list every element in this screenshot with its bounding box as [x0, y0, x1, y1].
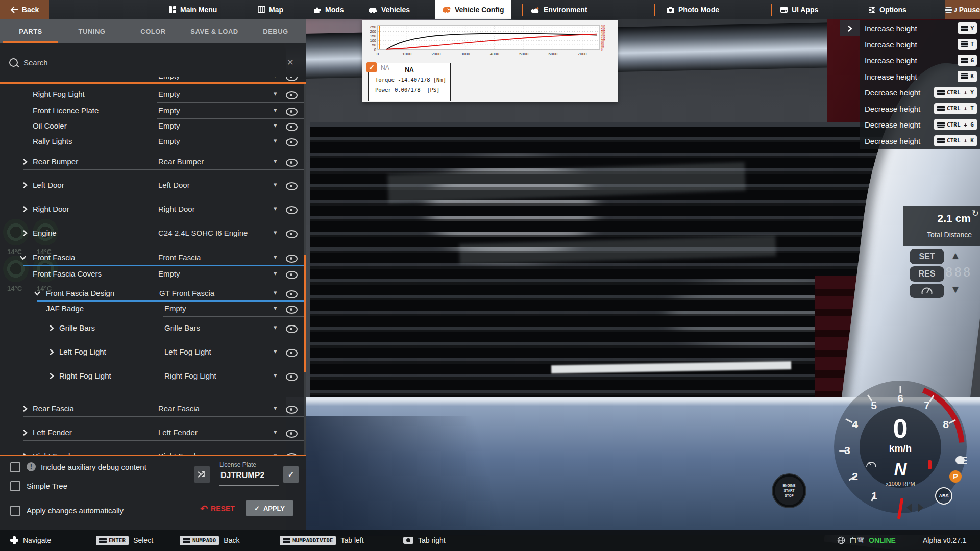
dropdown-arrow-icon[interactable]: ▾ — [274, 289, 277, 296]
part-row[interactable]: Rally Lights Empty ▾ — [0, 134, 306, 149]
apply-button[interactable]: ✓ APPLY — [246, 500, 293, 516]
visibility-eye-icon[interactable] — [286, 138, 298, 146]
nav-options[interactable]: Options — [868, 0, 906, 19]
nav-mods[interactable]: Mods — [313, 0, 344, 19]
visibility-eye-icon[interactable] — [286, 306, 298, 314]
part-row[interactable]: Rear Bumper Rear Bumper ▾ — [0, 154, 306, 170]
engine-start-stop-button[interactable]: ENGINE START STOP — [773, 474, 805, 507]
refresh-icon[interactable]: ↻ — [972, 208, 979, 219]
part-row[interactable]: Left Fog Light Left Fog Light ▾ — [0, 344, 306, 360]
visibility-eye-icon[interactable] — [286, 255, 298, 263]
dropdown-arrow-icon[interactable]: ▾ — [274, 157, 277, 165]
nav-ui-apps[interactable]: UI Apps — [780, 0, 818, 19]
stepper-up-arrow[interactable]: ▲ — [950, 250, 961, 262]
part-row[interactable]: Engine C24 2.4L SOHC I6 Engine ▾ — [0, 226, 306, 241]
dropdown-arrow-icon[interactable]: ▾ — [274, 347, 277, 355]
visibility-eye-icon[interactable] — [286, 206, 298, 214]
expand-chevron-icon[interactable] — [22, 206, 29, 213]
visibility-eye-icon[interactable] — [286, 91, 298, 99]
dropdown-arrow-icon[interactable]: ▾ — [274, 181, 277, 188]
dropdown-arrow-icon[interactable]: ▾ — [274, 90, 277, 97]
expand-chevron-icon[interactable] — [49, 324, 55, 332]
license-plate-input[interactable] — [219, 470, 283, 481]
dropdown-arrow-icon[interactable]: ▾ — [274, 304, 277, 312]
part-row-selected[interactable]: Front Fascia Design GT Front Fascia ▾ — [0, 286, 306, 302]
simple-tree-checkbox[interactable] — [10, 481, 20, 491]
visibility-eye-icon[interactable] — [286, 290, 298, 298]
dropdown-arrow-icon[interactable]: ▾ — [274, 121, 277, 129]
nav-vehicles[interactable]: Vehicles — [368, 0, 410, 19]
license-confirm-button[interactable]: ✓ — [283, 466, 299, 483]
hotkey-row[interactable]: Decrease height CTRL + Y — [860, 85, 980, 101]
part-row-selected[interactable]: Front Fascia Front Fascia ▾ — [0, 250, 306, 266]
part-row[interactable]: Right Fog Light Right Fog Light ▾ — [0, 368, 306, 384]
visibility-eye-icon[interactable] — [286, 159, 298, 167]
auto-apply-checkbox[interactable] — [10, 506, 20, 516]
reset-button[interactable]: ↶ RESET — [200, 503, 235, 514]
part-row[interactable]: Rear Fascia Rear Fascia ▾ — [0, 401, 306, 417]
panel-collapse-chevron[interactable] — [840, 20, 860, 36]
visibility-eye-icon[interactable] — [286, 373, 298, 381]
aux-debug-checkbox[interactable] — [10, 462, 20, 472]
dropdown-arrow-icon[interactable]: ▾ — [274, 269, 277, 277]
scrollbar-thumb[interactable] — [304, 255, 306, 372]
nav-main-menu[interactable]: Main Menu — [168, 0, 217, 19]
collapse-chevron-icon[interactable] — [35, 290, 41, 297]
visibility-eye-icon[interactable] — [286, 230, 298, 238]
expand-chevron-icon[interactable] — [22, 429, 29, 436]
visibility-eye-icon[interactable] — [286, 349, 298, 357]
visibility-eye-icon[interactable] — [286, 271, 298, 279]
dropdown-arrow-icon[interactable]: ▾ — [274, 205, 277, 212]
dropdown-arrow-icon[interactable]: ▾ — [274, 404, 277, 412]
hotkey-row[interactable]: Decrease height CTRL + K — [860, 133, 980, 149]
dropdown-arrow-icon[interactable]: ▾ — [274, 229, 277, 236]
nav-vehicle-config-active[interactable]: Vehicle Config — [435, 0, 511, 19]
expand-chevron-icon[interactable] — [22, 230, 29, 237]
hotkey-row[interactable]: Decrease height CTRL + G — [860, 117, 980, 133]
hotkey-row[interactable]: Increase height K — [860, 69, 980, 85]
series-checkbox[interactable]: ✓ — [366, 62, 377, 72]
cruise-res-button[interactable]: RES — [910, 266, 944, 282]
hotkey-row[interactable]: Increase height G — [860, 53, 980, 69]
visibility-eye-icon[interactable] — [286, 182, 298, 190]
expand-chevron-icon[interactable] — [49, 372, 55, 380]
dropdown-arrow-icon[interactable]: ▾ — [274, 428, 277, 436]
hotkey-row[interactable]: Increase height Y — [860, 20, 980, 37]
part-row[interactable]: Grille Bars Grille Bars ▾ — [0, 320, 306, 336]
pause-button[interactable]: J Pause — [945, 0, 980, 19]
nav-map[interactable]: Map — [258, 0, 283, 19]
part-row[interactable]: JAF Badge Empty ▾ — [0, 301, 306, 317]
dropdown-arrow-icon[interactable]: ▾ — [274, 253, 277, 261]
part-row[interactable]: Right Door Right Door ▾ — [0, 202, 306, 217]
part-row[interactable]: Front Fascia Covers Empty ▾ — [0, 266, 306, 282]
expand-chevron-icon[interactable] — [22, 158, 29, 165]
nav-environment[interactable]: Environment — [531, 0, 587, 19]
hotkey-row[interactable]: Increase height T — [860, 37, 980, 53]
visibility-eye-icon[interactable] — [286, 406, 298, 414]
dropdown-arrow-icon[interactable]: ▾ — [274, 323, 277, 331]
dropdown-arrow-icon[interactable]: ▾ — [274, 371, 277, 379]
collapse-chevron-icon[interactable] — [20, 254, 27, 261]
part-row[interactable]: Oil Cooler Empty ▾ — [0, 118, 306, 134]
dropdown-arrow-icon[interactable]: ▾ — [274, 137, 277, 144]
visibility-eye-icon[interactable] — [286, 430, 298, 438]
odometer-button[interactable] — [910, 284, 944, 298]
stepper-down-arrow[interactable]: ▼ — [950, 284, 961, 295]
visibility-eye-icon[interactable] — [286, 108, 298, 116]
dropdown-arrow-icon[interactable]: ▾ — [274, 106, 277, 114]
back-button[interactable]: Back — [0, 0, 49, 19]
expand-chevron-icon[interactable] — [22, 182, 29, 189]
expand-chevron-icon[interactable] — [22, 405, 29, 412]
expand-chevron-icon[interactable] — [49, 348, 55, 356]
part-row[interactable]: Front Licence Plate Empty ▾ — [0, 103, 306, 119]
nav-photo-mode[interactable]: Photo Mode — [666, 0, 719, 19]
license-randomize-button[interactable] — [194, 466, 210, 483]
dropdown-arrow-icon[interactable]: ▾ — [274, 77, 277, 79]
visibility-eye-icon[interactable] — [286, 123, 298, 131]
part-row[interactable]: Right Fog Light Empty ▾ — [0, 87, 306, 103]
visibility-eye-icon[interactable] — [286, 325, 298, 333]
visibility-eye-icon[interactable] — [286, 77, 298, 81]
part-row[interactable]: Left Fender Left Fender ▾ — [0, 425, 306, 441]
part-row[interactable]: Left Door Left Door ▾ — [0, 178, 306, 193]
hotkey-row[interactable]: Decrease height CTRL + T — [860, 101, 980, 117]
